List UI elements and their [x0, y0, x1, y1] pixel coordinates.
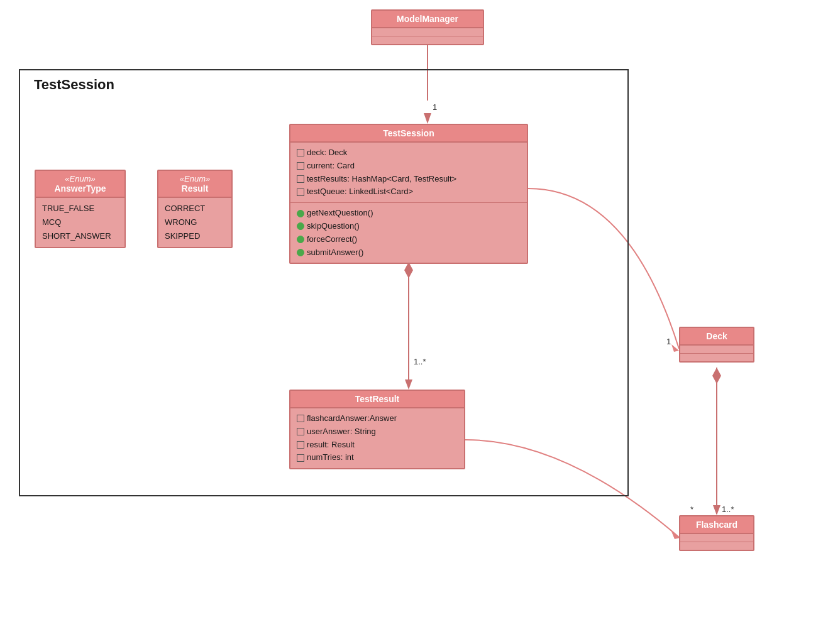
attr-icon-result — [297, 441, 304, 449]
attr-icon-test-queue — [297, 188, 304, 196]
attr-num-tries: numTries: int — [297, 451, 458, 464]
attr-icon-user-answer — [297, 428, 304, 435]
val-short-answer: SHORT_ANSWER — [42, 229, 118, 243]
method-force-correct: forceCorrect() — [297, 233, 521, 246]
class-flashcard: Flashcard — [679, 515, 754, 551]
method-icon-get-next — [297, 210, 304, 217]
test-result-attributes: flashcardAnswer:Answer userAnswer: Strin… — [290, 408, 464, 468]
svg-marker-7 — [671, 344, 679, 352]
svg-text:1: 1 — [666, 337, 671, 346]
class-test-session: TestSession deck: Deck current: Card tes… — [289, 124, 528, 264]
enum-answer-type-values: TRUE_FALSE MCQ SHORT_ANSWER — [36, 198, 124, 247]
enum-result: «Enum» Result CORRECT WRONG SKIPPED — [157, 170, 233, 248]
attr-icon-current — [297, 162, 304, 170]
deck-section2 — [680, 354, 753, 361]
enum-result-header: «Enum» Result — [158, 171, 231, 198]
method-submit: submitAnswer() — [297, 246, 521, 259]
val-skipped: SKIPPED — [165, 229, 225, 243]
enum-answer-type-header: «Enum» AnswerType — [36, 171, 124, 198]
attr-user-answer: userAnswer: String — [297, 425, 458, 439]
method-skip: skipQuestion() — [297, 220, 521, 233]
flashcard-section1 — [680, 534, 753, 542]
method-icon-skip — [297, 222, 304, 230]
attr-test-queue: testQueue: LinkedList<Card> — [297, 185, 521, 199]
class-header-test-result: TestResult — [290, 391, 464, 408]
class-header-deck: Deck — [680, 328, 753, 346]
enum-answer-type: «Enum» AnswerType TRUE_FALSE MCQ SHORT_A… — [35, 170, 126, 248]
outer-box-title: TestSession — [29, 75, 119, 94]
class-test-result: TestResult flashcardAnswer:Answer userAn… — [289, 390, 465, 469]
attr-current: current: Card — [297, 160, 521, 173]
val-mcq: MCQ — [42, 216, 118, 229]
class-model-manager: ModelManager — [371, 9, 484, 45]
attr-icon-test-results — [297, 175, 304, 183]
val-correct: CORRECT — [165, 202, 225, 216]
test-session-attributes: deck: Deck current: Card testResults: Ha… — [290, 143, 527, 203]
svg-marker-10 — [712, 368, 721, 384]
flashcard-section2 — [680, 542, 753, 550]
class-deck: Deck — [679, 327, 754, 363]
attr-deck: deck: Deck — [297, 146, 521, 160]
attr-test-results: testResults: HashMap<Card, TestResult> — [297, 173, 521, 186]
deck-section1 — [680, 346, 753, 354]
class-header-flashcard: Flashcard — [680, 516, 753, 534]
class-header-test-session: TestSession — [290, 125, 527, 143]
val-true-false: TRUE_FALSE — [42, 202, 118, 216]
attr-icon-flashcard-answer — [297, 415, 304, 422]
val-wrong: WRONG — [165, 216, 225, 229]
attr-result: result: Result — [297, 439, 458, 452]
attr-icon-num-tries — [297, 454, 304, 462]
method-icon-submit — [297, 249, 304, 256]
attr-flashcard-answer: flashcardAnswer:Answer — [297, 412, 458, 425]
method-get-next: getNextQuestion() — [297, 207, 521, 220]
model-manager-section1 — [372, 28, 483, 36]
svg-marker-11 — [713, 505, 720, 515]
test-session-methods: getNextQuestion() skipQuestion() forceCo… — [290, 203, 527, 263]
method-icon-force-correct — [297, 236, 304, 243]
svg-text:1..*: 1..* — [722, 505, 734, 514]
attr-icon-deck — [297, 149, 304, 156]
enum-result-values: CORRECT WRONG SKIPPED — [158, 198, 231, 247]
svg-text:*: * — [690, 505, 693, 514]
class-header-model-manager: ModelManager — [372, 11, 483, 28]
model-manager-section2 — [372, 36, 483, 44]
